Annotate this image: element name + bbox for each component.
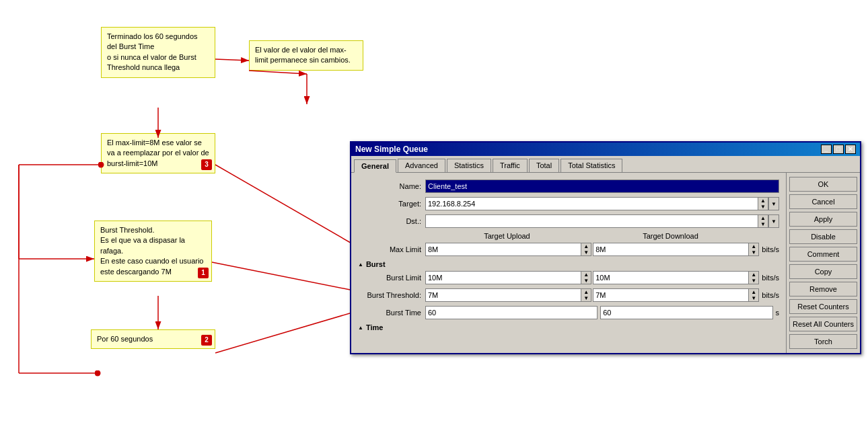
reset-all-counters-button[interactable]: Reset All Counters xyxy=(789,317,857,331)
svg-line-15 xyxy=(215,309,363,353)
burst-threshold-upload-input[interactable] xyxy=(425,288,581,302)
max-limit-download-btn[interactable]: ▲▼ xyxy=(748,243,759,256)
burst-limit-upload-input[interactable] xyxy=(425,271,581,284)
max-limit-upload-btn[interactable]: ▲▼ xyxy=(581,243,591,256)
burst-limit-row: Burst Limit ▲▼ ▲▼ bits/s xyxy=(358,271,779,284)
annotation-text-5: Por 60 segundos xyxy=(97,335,153,343)
burst-threshold-download-wrapper: ▲▼ xyxy=(593,288,759,302)
burst-time-inputs xyxy=(425,306,773,319)
tab-total-statistics[interactable]: Total Statistics xyxy=(560,159,622,172)
burst-limit-label: Burst Limit xyxy=(358,274,425,282)
burst-threshold-inputs: ▲▼ ▲▼ xyxy=(425,288,759,302)
burst-section-header[interactable]: ▲ Burst xyxy=(358,260,779,268)
name-row: Name: xyxy=(358,180,779,193)
burst-time-s-label: s xyxy=(776,309,780,317)
dst-input-wrapper: ▲▼ xyxy=(425,214,768,228)
target-row: Target: ▲▼ ▼ xyxy=(358,197,779,210)
dst-scroll-btn[interactable]: ▼ xyxy=(768,214,779,228)
dialog-buttons: OK Cancel Apply Disable Comment Copy Rem… xyxy=(786,173,860,353)
burst-time-download-input[interactable] xyxy=(600,306,772,319)
burst-threshold-row: Burst Threshold: ▲▼ ▲▼ b xyxy=(358,288,779,302)
burst-time-label: Burst Time xyxy=(358,309,425,317)
name-input[interactable] xyxy=(425,180,779,193)
burst-threshold-download-input[interactable] xyxy=(593,288,748,302)
svg-line-14 xyxy=(215,59,249,61)
titlebar-buttons: _ □ ✕ xyxy=(821,145,856,154)
annotation-text-4: Burst Threshold.Es el que va a dispasar … xyxy=(100,226,204,276)
annotation-box-5: Por 60 segundos 2 xyxy=(91,329,215,349)
badge-3: 3 xyxy=(201,159,212,170)
name-label: Name: xyxy=(358,182,425,190)
cancel-button[interactable]: Cancel xyxy=(789,194,857,209)
burst-time-row: Burst Time s xyxy=(358,306,779,319)
comment-button[interactable]: Comment xyxy=(789,247,857,262)
upload-header: Target Upload xyxy=(425,232,589,240)
burst-limit-bits-label: bits/s xyxy=(762,274,779,282)
burst-limit-download-wrapper: ▲▼ xyxy=(593,271,759,284)
burst-triangle-icon: ▲ xyxy=(358,262,363,268)
svg-line-10 xyxy=(215,165,363,250)
dst-input[interactable] xyxy=(425,214,758,228)
copy-button[interactable]: Copy xyxy=(789,264,857,279)
badge-2: 2 xyxy=(201,335,212,346)
dialog-body: Name: Target: ▲▼ ▼ Dst.: xyxy=(351,173,860,353)
burst-limit-upload-wrapper: ▲▼ xyxy=(425,271,591,284)
burst-limit-inputs: ▲▼ ▲▼ xyxy=(425,271,759,284)
dst-row: Dst.: ▲▼ ▼ xyxy=(358,214,779,228)
max-limit-label: Max Limit xyxy=(358,245,425,253)
reset-counters-button[interactable]: Reset Counters xyxy=(789,299,857,314)
remove-button[interactable]: Remove xyxy=(789,282,857,296)
tab-advanced[interactable]: Advanced xyxy=(398,159,445,172)
burst-time-upload-input[interactable] xyxy=(425,306,598,319)
burst-limit-download-btn[interactable]: ▲▼ xyxy=(748,271,759,284)
annotation-box-4: Burst Threshold.Es el que va a dispasar … xyxy=(94,221,212,282)
time-triangle-icon: ▲ xyxy=(358,325,363,331)
annotation-text-2: El valor de el valor del max-limit perma… xyxy=(255,46,351,64)
dialog-titlebar: New Simple Queue _ □ ✕ xyxy=(351,143,860,156)
close-button[interactable]: ✕ xyxy=(845,145,856,154)
tab-statistics[interactable]: Statistics xyxy=(447,159,491,172)
apply-button[interactable]: Apply xyxy=(789,212,857,227)
annotation-box-2: El valor de el valor del max-limit perma… xyxy=(249,40,363,71)
annotation-text-1: Terminado los 60 segundos del Burst Time… xyxy=(107,32,198,71)
dialog-title: New Simple Queue xyxy=(355,145,428,154)
dialog-content: Name: Target: ▲▼ ▼ Dst.: xyxy=(351,173,786,353)
annotation-box-1: Terminado los 60 segundos del Burst Time… xyxy=(101,27,215,78)
burst-threshold-upload-wrapper: ▲▼ xyxy=(425,288,591,302)
annotation-box-3: El max-limit=8M ese valor se va a reempl… xyxy=(101,133,215,173)
target-input[interactable] xyxy=(425,197,758,210)
svg-line-13 xyxy=(249,71,307,74)
badge-1: 1 xyxy=(198,268,209,278)
target-label: Target: xyxy=(358,200,425,208)
torch-button[interactable]: Torch xyxy=(789,334,857,349)
burst-limit-upload-btn[interactable]: ▲▼ xyxy=(581,271,591,284)
max-limit-row: Max Limit ▲▼ ▲▼ bits/s xyxy=(358,243,779,256)
ok-button[interactable]: OK xyxy=(789,177,857,192)
dst-dropdown-btn[interactable]: ▲▼ xyxy=(758,214,768,228)
max-limit-download-input[interactable] xyxy=(593,243,748,256)
maximize-button[interactable]: □ xyxy=(833,145,844,154)
burst-threshold-upload-btn[interactable]: ▲▼ xyxy=(581,288,591,302)
dialog-tabs: General Advanced Statistics Traffic Tota… xyxy=(351,156,860,173)
burst-threshold-bits-label: bits/s xyxy=(762,291,779,299)
disable-button[interactable]: Disable xyxy=(789,229,857,244)
target-scroll-btn[interactable]: ▼ xyxy=(768,197,779,210)
time-section-header[interactable]: ▲ Time xyxy=(358,323,779,331)
tab-total[interactable]: Total xyxy=(529,159,559,172)
new-simple-queue-dialog: New Simple Queue _ □ ✕ General Advanced … xyxy=(350,141,861,354)
target-input-wrapper: ▲▼ xyxy=(425,197,768,210)
tab-general[interactable]: General xyxy=(354,159,396,173)
max-limit-download-wrapper: ▲▼ xyxy=(593,243,759,256)
annotation-text-3: El max-limit=8M ese valor se va a reempl… xyxy=(107,138,209,167)
tab-traffic[interactable]: Traffic xyxy=(493,159,528,172)
burst-section-label: Burst xyxy=(366,260,386,268)
target-dropdown-btn[interactable]: ▲▼ xyxy=(758,197,768,210)
burst-limit-download-input[interactable] xyxy=(593,271,748,284)
minimize-button[interactable]: _ xyxy=(821,145,832,154)
time-section-label: Time xyxy=(366,323,383,331)
max-limit-upload-wrapper: ▲▼ xyxy=(425,243,591,256)
max-limit-upload-input[interactable] xyxy=(425,243,581,256)
download-header: Target Download xyxy=(589,232,752,240)
max-limit-inputs: ▲▼ ▲▼ xyxy=(425,243,759,256)
burst-threshold-download-btn[interactable]: ▲▼ xyxy=(748,288,759,302)
